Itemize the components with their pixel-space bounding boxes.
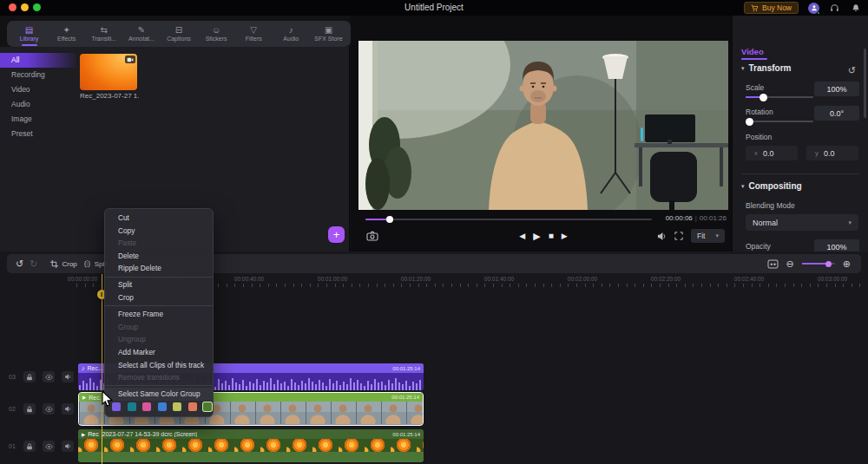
account-avatar[interactable]: [808, 3, 819, 14]
menu-item-split[interactable]: Split: [105, 278, 213, 291]
effects-icon: ✦: [62, 26, 69, 35]
preview-panel: 00:00:06|00:01:26 ◀ ▶ ■ ▶ Fit▾: [351, 16, 732, 252]
undo-button[interactable]: ↺: [16, 258, 23, 270]
tab-library[interactable]: ▤Library: [10, 21, 48, 47]
track-lock-button[interactable]: [23, 371, 36, 382]
track-mute-button[interactable]: [62, 371, 74, 382]
track-lock-button[interactable]: [23, 441, 36, 452]
menu-item-ripple-delete[interactable]: Ripple Delete: [105, 262, 213, 275]
track-lock-button[interactable]: [23, 403, 36, 415]
next-frame-button[interactable]: ▶: [562, 229, 568, 243]
seek-thumb[interactable]: [386, 216, 393, 223]
playhead[interactable]: [102, 274, 102, 464]
menu-item-add-marker[interactable]: Add Marker: [105, 346, 213, 359]
fullscreen-button[interactable]: [674, 232, 683, 240]
video-canvas[interactable]: [358, 41, 728, 210]
zoom-out-button[interactable]: ⊖: [786, 258, 794, 270]
scale-slider-knob[interactable]: [760, 94, 767, 101]
menu-separator: [105, 305, 213, 306]
collapse-arrow-icon: ▾: [741, 65, 745, 72]
properties-scrollbar[interactable]: [864, 49, 866, 118]
notifications-button[interactable]: [850, 3, 861, 14]
blending-mode-select[interactable]: Normal ▾: [746, 214, 858, 231]
zoom-slider-knob[interactable]: [825, 261, 832, 267]
x-position-field[interactable]: x 0.0: [746, 146, 798, 160]
menu-item-cut[interactable]: Cut: [105, 212, 213, 225]
opacity-value-field[interactable]: 100%: [814, 239, 859, 252]
media-thumbnail[interactable]: [80, 54, 137, 90]
tab-transitions[interactable]: ⇆Transiti...: [85, 21, 122, 47]
zoom-in-button[interactable]: ⊕: [843, 258, 851, 270]
color-swatch-teal[interactable]: [128, 402, 136, 411]
lock-icon: [26, 374, 33, 381]
track-mute-button[interactable]: [62, 403, 74, 415]
compositing-section-header[interactable]: ▾ Compositing: [741, 181, 802, 191]
library-icon: ▤: [25, 26, 33, 35]
track-header-1: 01: [0, 441, 76, 452]
volume-icon: [657, 232, 667, 241]
color-swatch-green[interactable]: [203, 402, 212, 411]
transform-section-header[interactable]: ▾ Transform: [741, 63, 791, 73]
add-media-button[interactable]: +: [328, 226, 345, 243]
tab-captions[interactable]: ⊟Captions: [160, 21, 197, 47]
tab-effects[interactable]: ✦Effects: [48, 21, 85, 47]
scale-label: Scale: [746, 83, 764, 92]
menu-item-freeze-frame[interactable]: Freeze Frame: [105, 308, 213, 321]
menu-item-select-same-color-group[interactable]: Select Same Color Group: [105, 388, 213, 401]
reset-transform-button[interactable]: ↺: [848, 65, 856, 76]
color-swatch-blue[interactable]: [158, 402, 167, 411]
timeline-zoom-slider[interactable]: [802, 263, 835, 265]
rotation-value-field[interactable]: 0.0°: [814, 106, 859, 121]
previous-frame-button[interactable]: ◀: [519, 229, 525, 243]
support-button[interactable]: [829, 3, 840, 14]
sidebar-item-video[interactable]: Video: [0, 82, 76, 97]
track-mute-button[interactable]: [62, 441, 74, 452]
color-swatch-pink[interactable]: [142, 402, 151, 411]
color-swatch-olive[interactable]: [173, 402, 181, 411]
scale-slider[interactable]: [746, 96, 813, 98]
rotation-slider[interactable]: [746, 121, 813, 122]
menu-separator: [105, 277, 213, 278]
track-visibility-button[interactable]: [43, 403, 55, 415]
speaker-icon: [64, 405, 72, 413]
volume-button[interactable]: [657, 232, 667, 241]
fit-select[interactable]: Fit▾: [691, 229, 725, 243]
y-position-field[interactable]: y 0.0: [806, 146, 858, 160]
track-visibility-button[interactable]: [43, 441, 55, 452]
menu-item-group: Group: [105, 321, 213, 334]
menu-item-copy[interactable]: Copy: [105, 225, 213, 238]
scale-value-field[interactable]: 100%: [814, 82, 859, 96]
redo-button[interactable]: ↻: [30, 258, 37, 270]
menu-item-delete[interactable]: Delete: [105, 250, 213, 263]
rotation-slider-knob[interactable]: [746, 118, 753, 126]
color-swatch-purple[interactable]: [112, 402, 121, 411]
stop-button[interactable]: ■: [549, 229, 554, 243]
menu-item-select-all-clips[interactable]: Select all Clips of this track: [105, 359, 213, 372]
sidebar-item-audio[interactable]: Audio: [0, 97, 76, 112]
screen-recording-clip[interactable]: ▶ Rec_2023-07-27 14-53-39 dcrc (Screen) …: [78, 429, 424, 462]
sidebar-item-image[interactable]: Image: [0, 112, 76, 127]
color-swatch-orange[interactable]: [188, 402, 197, 411]
online-status-dot: [817, 11, 820, 15]
menu-item-crop[interactable]: Crop: [105, 291, 213, 304]
tab-stickers[interactable]: ☺Stickers: [198, 21, 235, 47]
sidebar-item-recording[interactable]: Recording: [0, 68, 76, 82]
tab-sfx-store[interactable]: ▣SFX Store: [310, 21, 347, 47]
keyframe-button[interactable]: [767, 259, 779, 269]
titlebar: Untitled Project Buy Now: [0, 0, 868, 16]
tab-annotations[interactable]: ✎Annotat...: [122, 21, 160, 47]
buy-now-button[interactable]: Buy Now: [744, 2, 799, 14]
play-button[interactable]: ▶: [533, 229, 540, 243]
properties-tab-video[interactable]: Video: [741, 47, 764, 56]
sidebar-item-all[interactable]: All: [0, 53, 76, 68]
clip-name: Rec_2023-07-27 14-53-39 dcrc (Screen): [88, 431, 197, 437]
crop-button[interactable]: Crop: [50, 260, 76, 268]
seek-slider[interactable]: [365, 219, 652, 220]
tab-filters[interactable]: ▽Filters: [235, 21, 273, 47]
track-visibility-button[interactable]: [43, 371, 55, 382]
menu-item-ungroup: Ungroup: [105, 333, 213, 346]
seek-fill: [365, 219, 388, 220]
video-badge-icon: [125, 56, 135, 63]
tab-audio[interactable]: ♪Audio: [273, 21, 310, 47]
sidebar-item-preset[interactable]: Preset: [0, 127, 76, 141]
